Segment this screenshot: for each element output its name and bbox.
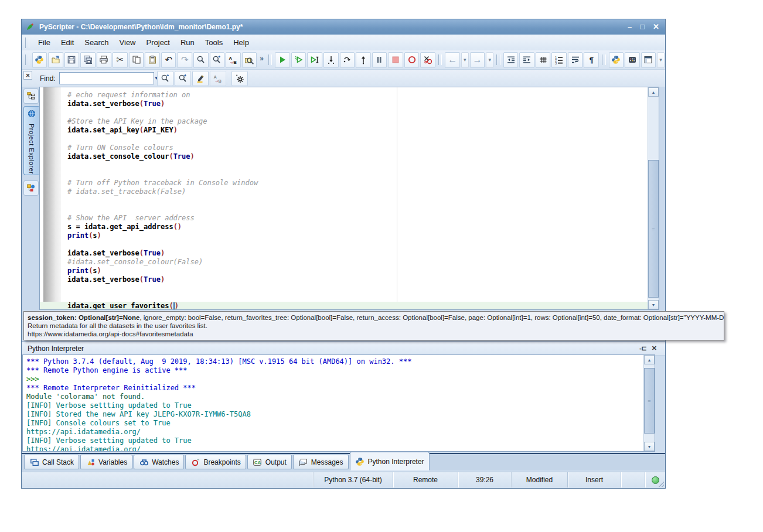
code-line[interactable]: # idata.set_traceback(False) <box>40 187 659 196</box>
code-line[interactable]: s = idata.get_api_address() <box>40 223 659 231</box>
code-line[interactable]: # Turn ON Console colours <box>40 144 659 152</box>
project-explorer-tab[interactable]: Project Explorer <box>23 106 39 175</box>
indent-button[interactable] <box>519 52 534 68</box>
find-in-files-button[interactable] <box>242 52 257 68</box>
code-line[interactable]: print(s) <box>40 267 659 275</box>
close-button[interactable]: ✕ <box>653 22 659 32</box>
interpreter-console[interactable]: *** Python 3.7.4 (default, Aug 9 2019, 1… <box>22 354 655 452</box>
print-button[interactable] <box>97 52 112 68</box>
step-into-button[interactable] <box>323 52 339 68</box>
undo-button[interactable]: ↶ <box>161 52 176 68</box>
step-out-button[interactable] <box>356 52 371 68</box>
file-explorer-icon[interactable] <box>23 88 39 104</box>
character-map-button[interactable] <box>625 52 640 68</box>
menu-view[interactable]: View <box>114 36 141 49</box>
menu-run[interactable]: Run <box>175 36 200 49</box>
pause-button[interactable] <box>372 52 387 68</box>
code-line[interactable] <box>40 284 659 293</box>
run-button[interactable] <box>275 52 290 68</box>
find-button[interactable] <box>193 52 209 68</box>
menu-search[interactable]: Search <box>79 36 114 49</box>
code-line[interactable]: idata.set_verbose(True) <box>40 249 659 258</box>
tab-messages[interactable]: Messages <box>293 455 349 469</box>
code-line[interactable]: # Show the API server address <box>40 214 659 223</box>
tab-breakpoints[interactable]: Breakpoints <box>185 455 246 469</box>
code-line[interactable]: #idata.set_console_colour(False) <box>40 258 659 267</box>
code-line[interactable]: idata.set_api_key(API_KEY) <box>40 126 659 135</box>
toolbar-overflow-button[interactable]: » <box>258 51 265 66</box>
find-close-icon[interactable]: ✕ <box>23 71 32 80</box>
menu-tools[interactable]: Tools <box>200 36 228 49</box>
pin-icon[interactable]: -⊏ <box>639 345 647 352</box>
find-next-button[interactable] <box>157 71 173 86</box>
save-all-button[interactable] <box>80 52 96 68</box>
scroll-down-icon[interactable]: ▼ <box>648 300 659 309</box>
replace-button[interactable]: AB <box>210 71 226 86</box>
menu-edit[interactable]: Edit <box>56 36 79 49</box>
tab-call-stack[interactable]: Call Stack <box>24 455 79 469</box>
debug-button[interactable] <box>291 52 306 68</box>
editor-scroll-thumb[interactable]: = <box>648 160 659 298</box>
maximize-button[interactable]: □ <box>640 22 645 32</box>
tab-watches[interactable]: Watches <box>134 455 184 469</box>
code-line[interactable] <box>40 108 659 117</box>
tab-output[interactable]: CAOutput <box>247 455 292 469</box>
highlight-button[interactable] <box>192 71 209 86</box>
find-combobox[interactable]: ▼ <box>59 72 154 84</box>
toolbar-grip[interactable] <box>496 54 500 65</box>
code-line[interactable]: # echo request information on <box>40 91 659 100</box>
code-line[interactable] <box>40 293 659 302</box>
step-over-button[interactable] <box>340 52 355 68</box>
toolbar-grip[interactable] <box>602 54 606 65</box>
toggle-breakpoint-button[interactable] <box>404 52 420 68</box>
forward-dropdown-button[interactable]: ▾ <box>486 52 493 68</box>
cut-button[interactable]: ✂ <box>113 52 128 68</box>
layouts-button[interactable] <box>641 52 656 68</box>
code-line[interactable]: idata.set_verbose(True) <box>40 275 659 284</box>
scroll-up-icon[interactable]: ▲ <box>644 355 655 364</box>
panel-close-icon[interactable]: ✕ <box>652 345 657 352</box>
code-line[interactable] <box>40 196 659 205</box>
clear-breakpoints-button[interactable] <box>420 52 435 68</box>
save-file-button[interactable] <box>64 52 80 68</box>
copy-button[interactable] <box>129 52 144 68</box>
line-numbers-button[interactable]: 123 <box>551 52 567 68</box>
scroll-up-icon[interactable]: ▲ <box>648 87 659 97</box>
code-line-current[interactable]: idata.get_user_favorites() <box>40 302 659 310</box>
code-line[interactable] <box>40 135 659 144</box>
open-file-button[interactable] <box>48 52 63 68</box>
code-line[interactable]: #Store the API Key in the package <box>40 117 659 126</box>
navigate-back-button[interactable]: ← <box>445 52 460 68</box>
replace-button[interactable]: AB <box>226 52 241 68</box>
toolbar-grip[interactable] <box>268 54 272 65</box>
show-whitespace-button[interactable] <box>536 52 551 68</box>
minimize-button[interactable]: – <box>628 22 632 32</box>
code-line[interactable]: # Turn off Python traceback in Console w… <box>40 179 659 187</box>
editor-vertical-scrollbar[interactable]: ▲ = ▼ <box>648 87 659 309</box>
code-line[interactable]: idata.set_console_colour(True) <box>40 152 659 161</box>
code-line[interactable] <box>40 170 659 179</box>
run-to-cursor-button[interactable] <box>307 52 322 68</box>
python-engine-button[interactable] <box>609 52 624 68</box>
find-next-button[interactable] <box>210 52 225 68</box>
find-input[interactable] <box>60 74 154 83</box>
resize-grip[interactable] <box>658 481 664 487</box>
paste-button[interactable] <box>145 52 160 68</box>
code-line[interactable] <box>40 240 659 249</box>
menu-help[interactable]: Help <box>228 36 254 49</box>
redo-button[interactable]: ↷ <box>177 52 192 68</box>
new-python-file-button[interactable] <box>32 52 47 68</box>
menu-project[interactable]: Project <box>141 36 175 49</box>
code-line[interactable] <box>40 205 659 214</box>
word-wrap-button[interactable] <box>568 52 583 68</box>
menu-grip[interactable] <box>25 37 29 48</box>
show-paragraph-marks-button[interactable]: ¶ <box>584 52 599 68</box>
search-options-button[interactable] <box>231 71 248 86</box>
code-line[interactable] <box>40 161 659 170</box>
console-scroll-thumb[interactable]: = <box>644 368 655 434</box>
toolbar-grip[interactable] <box>25 54 29 65</box>
console-vertical-scrollbar[interactable]: ▲ = ▼ <box>643 355 655 451</box>
unindent-button[interactable] <box>503 52 519 68</box>
back-dropdown-button[interactable]: ▾ <box>461 52 469 68</box>
code-editor[interactable]: # echo request information onidata.set_v… <box>39 87 659 310</box>
